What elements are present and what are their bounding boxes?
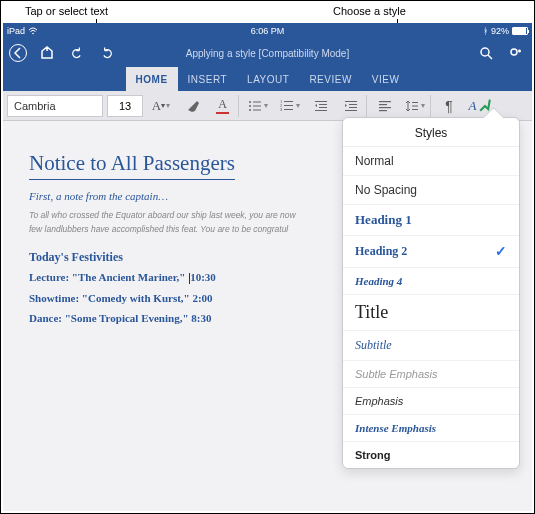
style-subtitle[interactable]: Subtitle	[343, 331, 519, 361]
svg-rect-19	[345, 101, 357, 102]
battery-percent: 92%	[491, 26, 509, 36]
svg-text:3: 3	[280, 107, 283, 112]
svg-rect-16	[319, 104, 327, 105]
tab-view[interactable]: VIEW	[362, 67, 410, 91]
svg-rect-24	[379, 104, 387, 105]
svg-rect-14	[284, 109, 293, 110]
font-name-selector[interactable]: Cambria	[7, 95, 103, 117]
style-title[interactable]: Title	[343, 295, 519, 331]
style-heading-1[interactable]: Heading 1	[343, 205, 519, 236]
svg-rect-17	[319, 107, 327, 108]
highlight-button[interactable]	[179, 95, 207, 117]
style-no-spacing[interactable]: No Spacing	[343, 176, 519, 205]
svg-point-5	[249, 105, 251, 107]
status-bar: iPad 6:06 PM ᚼ 92%	[3, 23, 532, 39]
style-heading-4[interactable]: Heading 4	[343, 268, 519, 295]
bullets-button[interactable]: ▾	[243, 95, 271, 117]
doc-heading-title[interactable]: Notice to All Passengers	[29, 151, 235, 180]
style-subtle-emphasis[interactable]: Subtle Emphasis	[343, 361, 519, 388]
styles-popover: Styles Normal No Spacing Heading 1 Headi…	[342, 117, 520, 469]
align-left-button[interactable]	[371, 95, 399, 117]
line-spacing-button[interactable]: ▾	[403, 95, 431, 117]
font-color-button[interactable]: A	[211, 95, 239, 117]
svg-rect-10	[284, 101, 293, 102]
svg-point-2	[511, 49, 517, 55]
svg-rect-21	[349, 107, 357, 108]
svg-rect-27	[412, 102, 418, 103]
svg-rect-12	[284, 105, 293, 106]
file-actions-button[interactable]	[37, 43, 57, 63]
style-heading-2[interactable]: Heading 2✓	[343, 236, 519, 268]
svg-point-3	[249, 101, 251, 103]
annotation-choose-style: Choose a style	[333, 5, 406, 17]
style-normal[interactable]: Normal	[343, 147, 519, 176]
tab-home[interactable]: HOME	[126, 67, 178, 91]
document-title: Applying a style [Compatibility Mode]	[186, 48, 349, 59]
styles-popover-title: Styles	[343, 118, 519, 147]
wifi-icon	[28, 27, 38, 35]
style-strong[interactable]: Strong	[343, 442, 519, 468]
ribbon-tabs: HOME INSERT LAYOUT REVIEW VIEW	[3, 67, 532, 91]
status-device: iPad	[7, 26, 25, 36]
paragraph-marks-button[interactable]: ¶	[435, 95, 463, 117]
tab-layout[interactable]: LAYOUT	[237, 67, 299, 91]
decrease-indent-button[interactable]	[307, 95, 335, 117]
svg-rect-22	[345, 110, 357, 111]
svg-rect-26	[379, 110, 387, 111]
svg-rect-23	[379, 101, 391, 102]
tab-review[interactable]: REVIEW	[299, 67, 361, 91]
svg-rect-25	[379, 107, 391, 108]
annotation-tap-select: Tap or select text	[25, 5, 108, 17]
font-format-button[interactable]: A▾▾	[147, 95, 175, 117]
svg-rect-28	[412, 105, 418, 106]
back-button[interactable]	[9, 44, 27, 62]
svg-rect-4	[253, 101, 261, 102]
title-bar: Applying a style [Compatibility Mode]	[3, 39, 532, 67]
check-icon: ✓	[495, 243, 507, 260]
svg-rect-20	[349, 104, 357, 105]
style-emphasis[interactable]: Emphasis	[343, 388, 519, 415]
style-intense-emphasis[interactable]: Intense Emphasis	[343, 415, 519, 442]
font-size-selector[interactable]: 13	[107, 95, 143, 117]
redo-button[interactable]	[97, 43, 117, 63]
svg-rect-18	[315, 110, 327, 111]
svg-rect-8	[253, 109, 261, 110]
battery-icon	[512, 27, 528, 35]
bluetooth-icon: ᚼ	[483, 26, 488, 36]
svg-rect-6	[253, 105, 261, 106]
svg-point-7	[249, 109, 251, 111]
numbering-button[interactable]: 123▾	[275, 95, 303, 117]
share-button[interactable]	[506, 43, 526, 63]
status-time: 6:06 PM	[251, 26, 285, 36]
svg-rect-15	[315, 101, 327, 102]
undo-button[interactable]	[67, 43, 87, 63]
increase-indent-button[interactable]	[339, 95, 367, 117]
svg-point-0	[32, 33, 34, 35]
svg-point-1	[481, 48, 489, 56]
svg-rect-29	[412, 109, 418, 110]
tab-insert[interactable]: INSERT	[178, 67, 238, 91]
search-button[interactable]	[476, 43, 496, 63]
